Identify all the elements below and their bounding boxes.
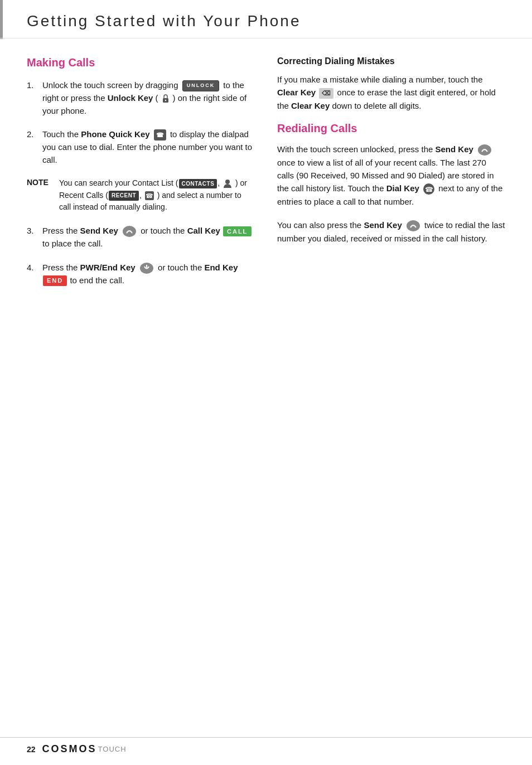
svg-text:☎: ☎ (425, 186, 433, 193)
svg-point-1 (165, 99, 166, 100)
call-button-label: CALL (223, 226, 252, 237)
contacts-person-icon (223, 178, 233, 188)
correcting-para: If you make a mistake while dialing a nu… (277, 73, 505, 112)
clear-key-bold-1: Clear Key (277, 88, 316, 97)
footer-brand-cosmos: COSMOS (42, 743, 97, 755)
recent-button-inline: RECENT (109, 191, 139, 201)
step-3-num: 3. (27, 225, 40, 250)
call-key-label: Call Key (187, 226, 220, 235)
redialing-heading: Redialing Calls (277, 122, 505, 135)
step-3-content: Press the Send Key or touch the Call Key… (42, 225, 255, 250)
contacts-button-inline: CONTACTS (179, 179, 217, 189)
left-column: Making Calls 1. Unlock the touch screen … (27, 54, 255, 298)
steps-list-2: 3. Press the Send Key or touch the Call … (27, 225, 255, 287)
right-column: Correcting Dialing Mistakes If you make … (277, 54, 505, 298)
send-key-icon-redialing-2 (406, 220, 420, 232)
redialing-para-1: With the touch screen unlocked, press th… (277, 143, 505, 209)
step-1: 1. Unlock the touch screen by dragging U… (27, 79, 255, 117)
step-4-content: Press the PWR/End Key or touch the End K… (42, 262, 255, 287)
dial-key-bold: Dial Key (386, 183, 419, 193)
pwr-end-key-icon (139, 262, 154, 274)
unlock-key-label: Unlock Key (108, 93, 153, 103)
note-block: NOTE You can search your Contact List (C… (27, 177, 255, 214)
page-container: Getting Started with Your Phone Making C… (0, 0, 532, 765)
step-2-num: 2. (27, 128, 40, 166)
svg-text:☎: ☎ (146, 192, 153, 199)
header-wrap: Getting Started with Your Phone (0, 0, 532, 38)
send-key-icon-3 (122, 225, 137, 238)
footer: 22 COSMOS TOUCH (0, 737, 532, 755)
redialing-para-2: You can also press the Send Key twice to… (277, 219, 505, 245)
svg-point-4 (225, 180, 230, 184)
making-calls-heading: Making Calls (27, 56, 255, 69)
step-2: 2. Touch the Phone Quick Key ☎ to displa… (27, 128, 255, 166)
step-1-num: 1. (27, 79, 40, 117)
end-key-label: End Key (204, 263, 238, 272)
clear-key-bold-2: Clear Key (291, 101, 330, 110)
send-key-label-3: Send Key (80, 226, 118, 235)
step-4-num: 4. (27, 262, 40, 287)
send-key-bold-redialing-2: Send Key (364, 220, 402, 230)
page-title: Getting Started with Your Phone (27, 12, 505, 30)
send-key-icon-redialing (477, 144, 492, 156)
note-label: NOTE (27, 177, 54, 214)
phone-quick-key-icon: ☎ (153, 129, 167, 141)
end-button-label: END (43, 275, 67, 286)
phone-quick-key-label: Phone Quick Key (81, 129, 149, 139)
steps-list: 1. Unlock the touch screen by dragging U… (27, 79, 255, 166)
clear-key-icon: ⌫ (319, 88, 333, 99)
step-2-content: Touch the Phone Quick Key ☎ to display t… (42, 128, 255, 166)
step-1-content: Unlock the touch screen by dragging UNLO… (42, 79, 255, 117)
step-4: 4. Press the PWR/End Key or touch the En… (27, 262, 255, 287)
footer-brand-touch: TOUCH (98, 745, 127, 753)
svg-text:☎: ☎ (156, 132, 164, 138)
unlock-key-image: UNLOCK (182, 80, 220, 91)
correcting-heading: Correcting Dialing Mistakes (277, 56, 505, 66)
send-key-bold-redialing: Send Key (435, 144, 473, 154)
recent-calls-icon: ☎ (144, 191, 154, 201)
footer-brand: COSMOS TOUCH (42, 743, 127, 755)
note-content: You can search your Contact List (CONTAC… (59, 177, 255, 214)
dial-key-icon: ☎ (423, 183, 435, 195)
footer-page-number: 22 (27, 745, 36, 754)
step-3: 3. Press the Send Key or touch the Call … (27, 225, 255, 250)
pwr-end-key-label: PWR/End Key (80, 263, 136, 272)
unlock-key-icon (159, 92, 172, 104)
content-area: Making Calls 1. Unlock the touch screen … (0, 49, 532, 331)
